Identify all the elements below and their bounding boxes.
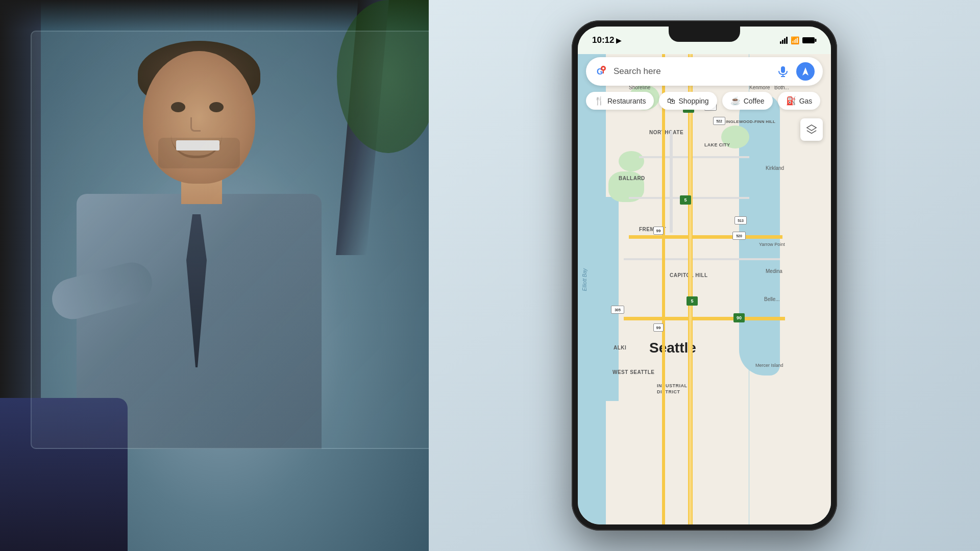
road-99 [662,54,665,524]
search-placeholder: Search here [614,66,770,77]
neighborhood-industrial: INDUSTRIALDISTRICT [657,383,688,395]
label-bellevue: Belle... [764,296,780,302]
layers-button[interactable] [800,118,823,141]
shopping-label: Shopping [678,97,708,105]
svg-point-6 [602,67,604,69]
shield-99-1: 99 [653,323,664,332]
restaurants-label: Restaurants [607,97,646,105]
shield-i5-3: 5 [687,296,698,306]
map-green-2 [619,151,644,171]
shield-i5-2: 5 [680,195,691,205]
road-i5-center [689,54,692,524]
car-background [0,0,439,551]
mic-button[interactable] [775,63,791,80]
road-520 [629,235,782,239]
shield-i90: 90 [733,313,745,322]
google-maps-logo: G [594,64,608,79]
car-window [31,31,439,449]
label-yarrow: Yarrow Point [759,242,785,247]
shield-99-2: 99 [653,227,664,235]
coffee-label: Coffee [744,97,765,105]
shield-513: 513 [734,216,747,224]
neighborhood-west-seattle: WEST SEATTLE [612,369,654,375]
navigation-button[interactable] [796,62,815,81]
time-text: 10:12 [592,35,614,45]
svg-rect-7 [781,66,785,73]
shield-305: 305 [611,306,624,314]
restaurants-icon: 🍴 [594,96,604,106]
pill-coffee[interactable]: ☕ Coffee [722,92,773,110]
shopping-icon: 🛍 [667,96,675,106]
label-kirkland: Kirkland [766,165,784,171]
bay-label: Elliott Bay [582,268,587,291]
road-local-4 [624,258,780,260]
neighborhood-alki: ALKI [614,345,626,350]
category-pills: 🍴 Restaurants 🛍 Shopping ☕ Coffee ⛽ Gas [586,92,823,110]
phone-device: Elliott Bay BALLARD FREMONT NORTHGATE CA… [572,20,837,531]
gas-label: Gas [799,97,813,105]
label-mercer: Mercer Island [755,363,783,368]
label-inglewood: INGLEWOOD-FINN HILL [726,119,775,124]
pill-gas[interactable]: ⛽ Gas [778,92,821,110]
shield-522: 522 [713,117,725,125]
map-area[interactable]: Elliott Bay BALLARD FREMONT NORTHGATE CA… [578,54,831,524]
label-lake-city: LAKE CITY [704,142,730,147]
status-time: 10:12 ▶ [592,35,621,45]
signal-icon [780,37,788,44]
road-90 [624,317,785,320]
location-icon: ▶ [616,37,621,44]
neighborhood-ballard: BALLARD [619,176,645,181]
road-local-2 [639,156,749,158]
phone-section: Elliott Bay BALLARD FREMONT NORTHGATE CA… [429,0,980,551]
shield-520: 520 [732,232,746,240]
label-medina: Medina [766,268,782,274]
search-bar[interactable]: G Search here [586,57,823,86]
phone-notch [669,27,740,42]
svg-rect-1 [802,37,815,43]
neighborhood-northgate: NORTHGATE [649,130,683,135]
pill-restaurants[interactable]: 🍴 Restaurants [586,92,654,110]
gas-icon: ⛽ [786,96,796,106]
battery-icon [802,37,817,44]
pill-shopping[interactable]: 🛍 Shopping [659,92,717,110]
svg-rect-2 [815,39,817,42]
coffee-icon: ☕ [730,96,741,106]
map-land-main [606,54,749,524]
road-local-1 [670,131,673,233]
wifi-icon: 📶 [791,36,799,44]
status-icons: 📶 [780,36,817,44]
svg-marker-0 [807,125,816,131]
phone-screen: Elliott Bay BALLARD FREMONT NORTHGATE CA… [578,27,831,524]
